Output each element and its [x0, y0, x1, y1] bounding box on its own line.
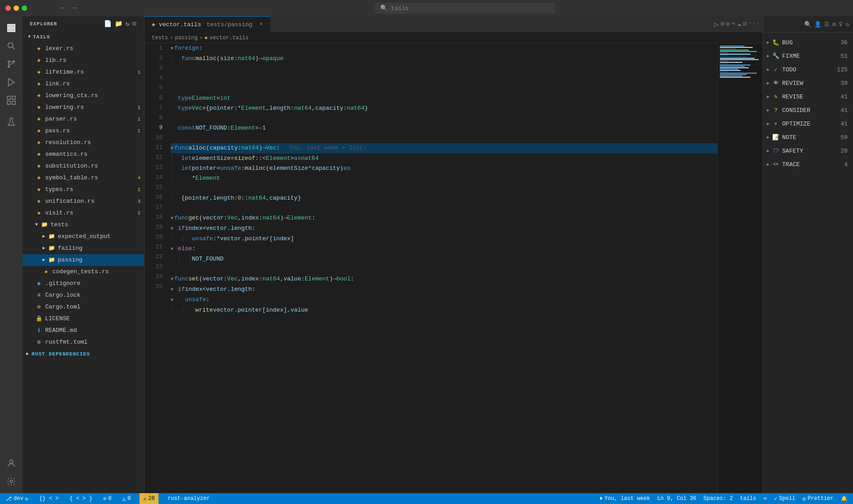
- person-icon[interactable]: 👤: [814, 21, 821, 28]
- file-readme[interactable]: ℹ README.md: [23, 325, 144, 336]
- debug-icon[interactable]: ⊙: [720, 20, 724, 29]
- activity-search[interactable]: [3, 38, 19, 54]
- traffic-light-red[interactable]: [5, 5, 11, 11]
- split-icon[interactable]: ⊡: [743, 20, 746, 29]
- status-analyzer[interactable]: rust-analyzer: [166, 495, 212, 502]
- file-unification[interactable]: ◈ unification.rs 3: [23, 196, 144, 207]
- annotation-note[interactable]: ▶ 📝 NOTE 59: [763, 131, 853, 145]
- fold-arrow[interactable]: ▼: [171, 295, 173, 305]
- traffic-light-green[interactable]: [22, 5, 27, 11]
- file-cargo-lock[interactable]: ≡ Cargo.lock: [23, 289, 144, 301]
- file-pass[interactable]: ◈ pass.rs 1: [23, 125, 144, 137]
- traffic-light-yellow[interactable]: [14, 5, 19, 11]
- list-icon[interactable]: ☰: [824, 21, 830, 28]
- folder-failing[interactable]: ▶ 📁 failing: [23, 243, 144, 254]
- forward-arrow[interactable]: →: [70, 3, 79, 13]
- watch-icon[interactable]: ◎: [726, 20, 730, 29]
- breadcrumb-tests[interactable]: tests: [152, 35, 168, 41]
- file-lifetime[interactable]: ◈ lifetime.rs 1: [23, 66, 144, 78]
- annotation-fixme[interactable]: ▶ 🔧 FIXME 51: [763, 50, 853, 63]
- tails-section[interactable]: ▼ TAILS: [23, 31, 144, 43]
- svg-rect-12: [7, 101, 10, 104]
- step-icon[interactable]: ↷: [732, 20, 735, 29]
- activity-settings[interactable]: [3, 473, 19, 490]
- status-notification[interactable]: 🔔: [839, 495, 849, 502]
- annotation-icon[interactable]: 🔍: [804, 21, 811, 28]
- breadcrumb-passing[interactable]: passing: [175, 35, 197, 41]
- file-types[interactable]: ◈ types.rs 2: [23, 184, 144, 196]
- annotation-todo[interactable]: ▶ ✓ TODO 125: [763, 63, 853, 77]
- new-file-icon[interactable]: 📄: [104, 20, 112, 28]
- activity-extensions[interactable]: [3, 92, 19, 108]
- status-position[interactable]: Ln 9, Col 36: [655, 495, 698, 502]
- status-braces[interactable]: { < > }: [68, 495, 94, 502]
- file-license[interactable]: 🔒 LICENSE: [23, 313, 144, 325]
- fold-arrow[interactable]: ▼: [171, 244, 173, 254]
- folder-passing[interactable]: ▶ 📁 passing: [23, 254, 144, 266]
- file-parser[interactable]: ◈ parser.rs 1: [23, 113, 144, 125]
- keyboard-icon: ⌨: [764, 495, 767, 502]
- fold-arrow[interactable]: ▼: [171, 144, 173, 154]
- file-substitution[interactable]: ◈ substitution.rs: [23, 160, 144, 172]
- file-lowering[interactable]: ◈ lowering.rs 1: [23, 102, 144, 113]
- status-keyboard[interactable]: ⌨: [762, 495, 769, 502]
- file-codegen-tests[interactable]: ◈ codegen_tests.rs: [23, 266, 144, 278]
- status-warnings[interactable]: △ 0: [121, 495, 132, 502]
- fold-arrow[interactable]: ▼: [171, 275, 173, 285]
- collapse-all-icon[interactable]: ⊟: [133, 20, 137, 28]
- file-resolution[interactable]: ◈ resolution.rs: [23, 137, 144, 149]
- activity-accounts[interactable]: [3, 455, 19, 471]
- annotation-optimize[interactable]: ▶ ⚡ OPTIMIZE 41: [763, 117, 853, 131]
- tab-close-btn[interactable]: ×: [260, 21, 263, 28]
- annotation-review[interactable]: ▶ 👁 REVIEW 39: [763, 77, 853, 90]
- cloud-icon[interactable]: ☁: [737, 20, 741, 29]
- fold-arrow[interactable]: ▼: [171, 224, 173, 234]
- file-symbol-table[interactable]: ◈ symbol_table.rs 4: [23, 172, 144, 184]
- status-brackets[interactable]: {} < >: [37, 495, 61, 502]
- folder-tests[interactable]: ▼ 📁 tests: [23, 219, 144, 231]
- folder-expected-output[interactable]: ▶ 📁 expected_output: [23, 231, 144, 243]
- code-area[interactable]: ▼ foreign: │ · func malloc(size: nat64) …: [167, 43, 718, 493]
- file-visit[interactable]: ◈ visit.rs 2: [23, 207, 144, 219]
- file-rustfmt[interactable]: ⚙ rustfmt.toml: [23, 336, 144, 348]
- annotation-consider[interactable]: ▶ ? CONSIDER 41: [763, 104, 853, 117]
- tab-vector-tails[interactable]: ◈ vector.tails tests/passing ×: [144, 16, 270, 33]
- search-bar[interactable]: 🔍 tails: [375, 3, 555, 14]
- annotation-safety[interactable]: ▶ 🛡 SAFETY 20: [763, 145, 853, 158]
- activity-source-control[interactable]: [3, 56, 19, 72]
- fold-arrow[interactable]: ▼: [171, 44, 173, 54]
- status-git-status[interactable]: ♦ You, last week: [597, 495, 652, 502]
- annotation-trace[interactable]: ▶ <> TRACE 4: [763, 158, 853, 172]
- file-lowering-ctx[interactable]: ◈ lowering_ctx.rs: [23, 90, 144, 102]
- fold-arrow[interactable]: ▼: [171, 285, 173, 295]
- run-icon[interactable]: ▷: [714, 20, 719, 29]
- file-lexer[interactable]: ◈ lexer.rs: [23, 43, 144, 55]
- new-folder-icon[interactable]: 📁: [115, 20, 123, 28]
- annotation-bug[interactable]: ▶ 🐛 BUG 36: [763, 36, 853, 50]
- annotation-revise[interactable]: ▶ ✎ REVISE 41: [763, 90, 853, 104]
- status-spell[interactable]: ✓ Spell: [772, 495, 797, 502]
- file-gitignore[interactable]: ◉ .gitignore: [23, 278, 144, 289]
- filter-icon[interactable]: ⊽: [839, 21, 843, 28]
- breadcrumb-file[interactable]: vector.tails: [210, 35, 248, 41]
- gear-icon[interactable]: ⚙: [832, 21, 836, 28]
- activity-run[interactable]: [3, 74, 19, 90]
- activity-explorer[interactable]: [3, 20, 19, 36]
- status-encoding[interactable]: tails: [738, 495, 758, 502]
- status-spaces[interactable]: Spaces: 2: [702, 495, 735, 502]
- more-icon[interactable]: ···: [749, 20, 759, 29]
- status-branch[interactable]: ⎇ dev ↻: [4, 495, 30, 502]
- rust-dependencies[interactable]: ▶ RUST DEPENDENCIES: [23, 348, 144, 360]
- refresh-icon[interactable]: ↻: [846, 21, 849, 28]
- back-arrow[interactable]: ←: [58, 3, 68, 13]
- status-errors[interactable]: ⊘ 0: [101, 495, 113, 502]
- fold-arrow[interactable]: ▼: [171, 214, 173, 224]
- file-lib[interactable]: ◈ lib.rs: [23, 55, 144, 66]
- file-cargo-toml[interactable]: ⚙ Cargo.toml: [23, 301, 144, 313]
- status-prettier[interactable]: ◎ Prettier: [801, 495, 835, 502]
- activity-test[interactable]: [3, 114, 19, 130]
- file-link[interactable]: ◈ link.rs: [23, 78, 144, 90]
- refresh-icon[interactable]: ↻: [126, 20, 130, 28]
- file-semantics[interactable]: ◈ semantics.rs: [23, 149, 144, 160]
- status-warning-badge[interactable]: ⚠ 26: [140, 493, 158, 504]
